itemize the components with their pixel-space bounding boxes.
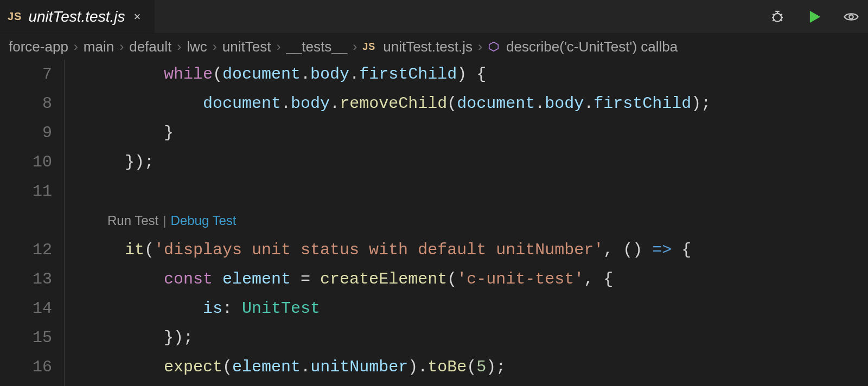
line-number: 15	[0, 323, 52, 352]
chevron-right-icon: ›	[477, 39, 483, 54]
editor-tab[interactable]: JS unitTest.test.js ×	[0, 0, 155, 33]
breadcrumb-segment[interactable]: lwc	[187, 38, 207, 55]
code-token: body	[545, 94, 584, 113]
breadcrumb-segment[interactable]: unitTest	[222, 38, 271, 55]
code-editor[interactable]: 78910111213141516 while(document.body.fi…	[0, 60, 868, 386]
code-token: (	[213, 65, 222, 83]
code-token: firstChild	[359, 65, 457, 83]
breadcrumb-segment[interactable]: main	[84, 38, 114, 55]
breadcrumb-segment[interactable]: __tests__	[286, 38, 347, 55]
line-number: 14	[0, 294, 52, 323]
chevron-right-icon: ›	[275, 39, 282, 54]
code-token: (	[222, 358, 232, 376]
code-token: }	[164, 124, 174, 142]
code-token: is	[203, 299, 222, 318]
tab-bar: JS unitTest.test.js ×	[0, 0, 868, 34]
line-number: 16	[0, 352, 52, 382]
chevron-right-icon: ›	[118, 39, 125, 54]
tab-filename: unitTest.test.js	[28, 8, 125, 25]
breadcrumb-segment[interactable]: default	[129, 38, 171, 55]
code-token: 'displays unit status with default unitN…	[154, 241, 603, 259]
code-token: while	[164, 65, 213, 83]
code-token: const	[164, 270, 213, 288]
breadcrumb-symbol[interactable]: describe('c-UnitTest') callba	[506, 38, 678, 55]
code-token: );	[691, 94, 711, 113]
debug-test-codelens[interactable]: Debug Test	[171, 206, 237, 235]
symbol-method-icon	[488, 41, 500, 53]
chevron-right-icon: ›	[352, 39, 358, 54]
code-token: toBe	[427, 358, 467, 376]
code-token: , {	[584, 270, 613, 288]
code-line[interactable]: while(document.body.firstChild) {	[86, 60, 868, 89]
breadcrumb: force-app › main › default › lwc › unitT…	[0, 34, 868, 60]
breadcrumb-file[interactable]: unitTest.test.js	[383, 38, 473, 55]
code-token: (	[144, 241, 154, 259]
code-token: expect	[164, 358, 222, 376]
line-number: 11	[0, 177, 52, 206]
run-icon[interactable]	[805, 8, 824, 26]
code-token	[213, 270, 222, 288]
code-line[interactable]: });	[86, 323, 868, 352]
code-token: =	[291, 270, 320, 288]
code-content[interactable]: while(document.body.firstChild) { docume…	[86, 60, 868, 386]
code-token: element	[232, 358, 301, 376]
code-line[interactable]: is: UnitTest	[86, 294, 868, 323]
code-token: .	[301, 65, 310, 83]
code-token: .	[535, 94, 545, 113]
code-line[interactable]: const element = createElement('c-unit-te…	[86, 265, 868, 294]
code-token: body	[310, 65, 349, 83]
bug-icon[interactable]	[768, 8, 787, 26]
breadcrumb-segment[interactable]: force-app	[9, 38, 68, 55]
code-token: .	[281, 94, 291, 113]
code-token: });	[125, 153, 154, 171]
code-token: document	[203, 94, 281, 113]
js-file-icon: JS	[362, 41, 375, 53]
code-token: 5	[476, 358, 486, 376]
code-token: );	[486, 358, 506, 376]
code-line[interactable]: it('displays unit status with default un…	[86, 235, 868, 265]
code-token: :	[222, 299, 242, 318]
line-number: 10	[0, 147, 52, 177]
code-token: {	[672, 241, 691, 259]
code-token: (	[447, 94, 457, 113]
code-line[interactable]: document.body.removeChild(document.body.…	[86, 89, 868, 118]
code-token: element	[222, 270, 291, 288]
code-token: ) {	[457, 65, 486, 83]
eye-icon[interactable]	[842, 8, 860, 26]
chevron-right-icon: ›	[73, 39, 79, 54]
line-number: 7	[0, 60, 52, 89]
code-line[interactable]: });	[86, 147, 868, 177]
code-token: .	[301, 358, 310, 376]
code-token: 'c-unit-test'	[457, 270, 584, 288]
run-test-codelens[interactable]: Run Test	[107, 206, 158, 235]
code-token: (	[467, 358, 476, 376]
chevron-right-icon: ›	[212, 39, 218, 54]
chevron-right-icon: ›	[176, 39, 182, 54]
code-token: UnitTest	[242, 299, 320, 318]
codelens-row: Run Test|Debug Test	[86, 206, 868, 235]
code-line[interactable]: expect(element.unitNumber).toBe(5);	[86, 352, 868, 382]
code-token: it	[125, 241, 144, 259]
svg-marker-9	[810, 11, 820, 22]
code-token: });	[164, 329, 193, 347]
code-token: createElement	[320, 270, 447, 288]
line-number: 8	[0, 89, 52, 118]
js-file-icon: JS	[8, 10, 22, 23]
indent-ruler-area	[60, 60, 86, 386]
code-token: firstChild	[593, 94, 691, 113]
svg-point-10	[849, 15, 853, 19]
editor-action-icons	[768, 0, 860, 34]
code-token: removeChild	[340, 94, 447, 113]
code-token: .	[584, 94, 593, 113]
code-line[interactable]	[86, 177, 868, 206]
code-token: document	[457, 94, 535, 113]
code-token: , ()	[603, 241, 652, 259]
code-token: =>	[652, 241, 672, 259]
code-token: (	[447, 270, 457, 288]
code-token: .	[349, 65, 359, 83]
codelens-separator: |	[158, 206, 170, 235]
close-tab-button[interactable]: ×	[131, 10, 143, 24]
code-line[interactable]: }	[86, 118, 868, 147]
code-token: document	[222, 65, 301, 83]
line-number-gutter: 78910111213141516	[0, 60, 60, 386]
